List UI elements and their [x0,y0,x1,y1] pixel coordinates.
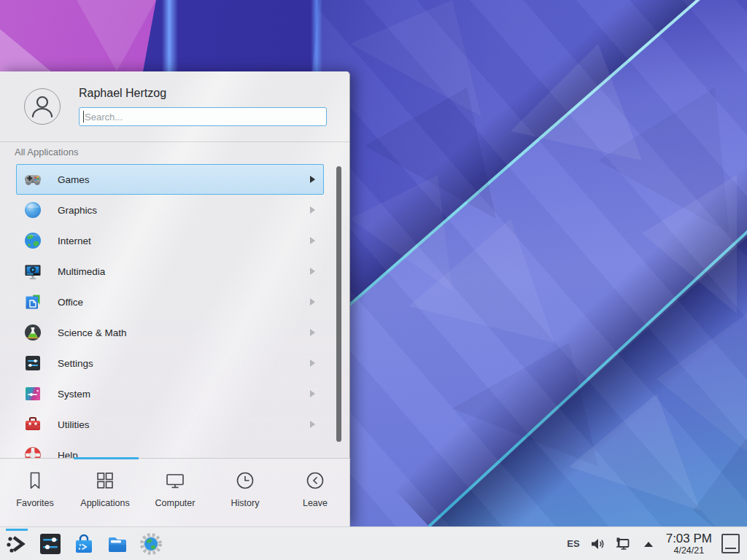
tab-label: Applications [80,498,129,508]
show-desktop-glyph [725,548,736,549]
settings-icon [23,354,42,373]
category-row-graphics[interactable]: Graphics [16,195,324,225]
user-icon [26,90,58,122]
category-label: System [58,389,90,400]
category-row-multimedia[interactable]: Multimedia [16,256,324,287]
submenu-arrow-icon [309,298,315,306]
submenu-arrow-icon [309,390,315,397]
kde-launcher-icon[interactable] [5,532,28,556]
tab-label: Favorites [16,498,53,508]
submenu-arrow-icon [309,268,315,275]
multimedia-icon [23,262,42,281]
taskbar-panel: ES 7:03 PM 4/24/21 [0,526,747,560]
favorites-icon [24,470,46,491]
scrollbar-thumb[interactable] [336,166,341,442]
category-label: Graphics [58,205,97,216]
wallpaper-gloss-line [162,0,178,71]
games-icon [23,170,42,189]
category-label: Settings [58,358,93,369]
category-label: Science & Math [58,327,127,338]
science-icon [23,323,42,342]
active-task-indicator [6,529,28,531]
tab-leave[interactable]: Leave [280,459,350,526]
text-caret [83,111,84,122]
user-name: Raphael Hertzog [79,87,166,100]
search-input[interactable] [79,107,327,126]
category-label: Office [58,297,83,308]
graphics-icon [23,201,42,219]
category-row-settings[interactable]: Settings [16,348,324,378]
category-row-games[interactable]: Games [16,164,324,195]
category-row-science-math[interactable]: Science & Math [16,317,324,348]
clock-time: 7:03 PM [666,532,712,545]
discover-bag-icon[interactable] [72,532,96,556]
category-label: Internet [58,236,91,246]
applications-icon [94,470,116,491]
category-row-office[interactable]: Office [16,287,324,317]
tab-history[interactable]: History [210,459,280,526]
system-icon [23,384,42,403]
tab-label: History [231,498,260,508]
tab-applications[interactable]: Applications [70,459,140,526]
section-label: All Applications [15,147,78,158]
internet-icon [23,231,42,250]
expand-caret-icon[interactable] [640,536,657,552]
wallpaper-shadow [429,0,747,560]
submenu-arrow-icon [309,421,315,428]
submenu-arrow-icon [309,206,315,214]
divider [0,141,349,142]
wallpaper-shadow [394,0,747,526]
category-label: Utilities [58,419,90,430]
office-icon [23,292,42,311]
category-row-utilities[interactable]: Utilities [16,409,324,440]
system-settings-icon[interactable] [39,532,62,556]
launcher-tab-bar: Favorites Applications Computer [0,458,350,526]
tab-favorites[interactable]: Favorites [0,459,70,526]
application-launcher-menu: Raphael Hertzog All Applications Games [0,71,350,526]
category-row-system[interactable]: System [16,378,324,409]
submenu-arrow-icon [309,359,315,367]
volume-icon[interactable] [589,536,605,552]
tab-label: Computer [155,498,196,508]
leave-icon [304,470,326,491]
network-icon[interactable] [615,536,631,552]
utilities-icon [23,415,42,434]
category-label: Multimedia [58,266,105,277]
active-tab-indicator [74,457,139,459]
computer-icon [164,470,186,491]
taskbar-app-icons [5,532,163,556]
category-row-help[interactable]: Help [16,440,324,458]
tab-computer[interactable]: Computer [140,459,210,526]
system-tray: ES 7:03 PM 4/24/21 [567,532,740,556]
clock-date: 4/24/21 [666,545,712,556]
wallpaper-gloss-line [311,0,322,71]
history-icon [234,470,256,491]
submenu-arrow-icon [309,176,315,183]
category-row-internet[interactable]: Internet [16,225,324,256]
category-list: Games Graphics Internet [0,160,350,458]
show-desktop-button[interactable] [721,534,740,553]
wallpaper-cyan-edge [428,0,747,527]
submenu-arrow-icon [309,329,315,336]
globe-gear-icon[interactable] [139,532,163,556]
help-icon [23,446,42,458]
user-avatar[interactable] [24,88,61,125]
category-label: Games [58,174,90,185]
digital-clock[interactable]: 7:03 PM 4/24/21 [666,532,712,556]
tab-label: Leave [303,498,328,508]
submenu-arrow-icon [309,237,315,244]
folder-icon[interactable] [106,532,129,556]
keyboard-layout-indicator[interactable]: ES [567,538,579,549]
